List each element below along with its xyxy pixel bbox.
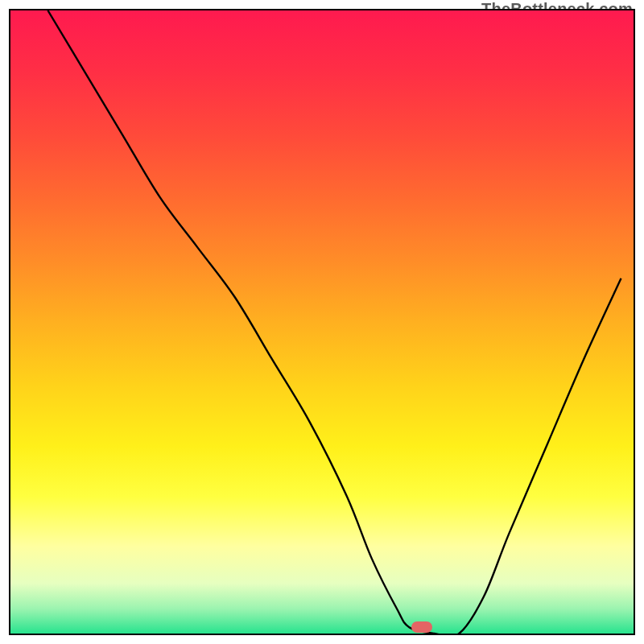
curve-layer (10, 10, 634, 634)
plot-area (9, 9, 635, 635)
chart-container: TheBottleneck.com (0, 0, 644, 644)
bottleneck-curve (47, 10, 621, 634)
optimal-marker (411, 621, 432, 633)
